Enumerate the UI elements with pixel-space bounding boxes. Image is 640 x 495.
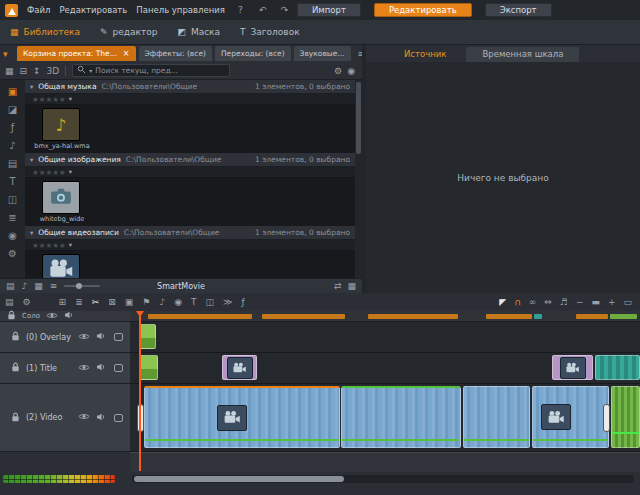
library-settings-icon[interactable]: ⚙ <box>8 248 17 259</box>
zoom-in-icon[interactable]: + <box>608 297 616 307</box>
image-thumbnail[interactable] <box>42 181 80 214</box>
sort-icon[interactable]: ↕ <box>33 66 41 76</box>
lane-video[interactable] <box>130 384 640 452</box>
navigator-segment[interactable] <box>486 314 532 319</box>
rating-filter[interactable]: ★★★★★ ▾ <box>25 240 355 251</box>
video-clip[interactable] <box>144 386 340 448</box>
video-clip[interactable] <box>463 386 530 448</box>
menu-file[interactable]: Файл <box>27 5 50 15</box>
transitions-icon[interactable]: ◫ <box>8 194 17 205</box>
lane-title[interactable] <box>130 353 640 384</box>
asset-video[interactable] <box>25 251 355 278</box>
tab-sounds[interactable]: Звуковые... <box>294 46 351 61</box>
grid-view-icon[interactable]: ▦ <box>34 281 43 291</box>
collapse-icon[interactable]: ▾ <box>30 229 33 237</box>
navigator-segment[interactable] <box>148 314 252 319</box>
scrollbar-thumb[interactable] <box>356 82 361 154</box>
video-thumbnail[interactable] <box>42 254 80 278</box>
rating-filter[interactable]: ★★★★★ ▾ <box>25 94 355 105</box>
zoom-slider-icon[interactable]: ▬ <box>591 297 600 307</box>
track-header-title[interactable]: (1) Title <box>0 353 130 384</box>
marker-icon[interactable]: ⚑ <box>142 297 150 307</box>
track-monitor-icon[interactable] <box>114 364 123 372</box>
timeline-navigator[interactable] <box>130 311 640 322</box>
video-clip[interactable] <box>532 386 609 448</box>
tab-source[interactable]: Источник <box>388 47 462 62</box>
tab-effects[interactable]: Эффекты: (все) <box>139 46 212 61</box>
fit-timeline-icon[interactable]: ▭ <box>623 297 632 307</box>
magnet-snap-icon[interactable]: ∩ <box>514 297 521 307</box>
overlay-clip[interactable] <box>139 324 156 349</box>
track-header-video[interactable]: (2) Video <box>0 384 130 452</box>
tab-timeline-preview[interactable]: Временная шкала <box>466 47 579 62</box>
lane-overlay[interactable] <box>130 322 640 353</box>
lock-icon[interactable] <box>7 310 16 322</box>
thumbnail-view-icon[interactable]: ▦ <box>5 66 14 76</box>
navigator-segment[interactable] <box>576 314 608 319</box>
tab-editor[interactable]: ✎ редактор <box>100 27 157 37</box>
timeline-ruler[interactable] <box>130 452 640 472</box>
redo-icon[interactable]: ↷ <box>278 5 291 15</box>
link-clips-icon[interactable]: ∞ <box>529 297 537 307</box>
asset-music[interactable]: ♪ bmx_ya-hal.wma <box>25 105 355 153</box>
close-icon[interactable]: × <box>123 46 130 61</box>
video-clip[interactable] <box>341 386 461 448</box>
zoom-out-icon[interactable]: − <box>576 297 584 307</box>
track-monitor-icon[interactable] <box>114 414 123 422</box>
lock-icon[interactable] <box>11 362 20 374</box>
effects-icon[interactable]: ƒ <box>241 297 244 307</box>
pip-mode-icon[interactable]: ◫ <box>205 297 214 307</box>
video-icon[interactable]: ▤ <box>8 158 17 169</box>
titles-icon[interactable]: T <box>9 176 15 187</box>
asset-image[interactable]: whitebg_wide <box>25 178 355 226</box>
group-header-videos[interactable]: ▾ Общие видеозаписи C:\Пользователи\Общи… <box>25 226 355 240</box>
speed-icon[interactable]: ≫ <box>223 297 232 307</box>
menu-edit[interactable]: Редактировать <box>59 5 127 15</box>
project-bin-icon[interactable]: ▣ <box>8 86 17 97</box>
search-box[interactable]: ▾ <box>72 64 230 77</box>
import-button[interactable]: Импорт <box>297 3 361 17</box>
export-button[interactable]: Экспорт <box>485 3 552 17</box>
eye-icon[interactable] <box>46 312 58 321</box>
navigator-segment[interactable] <box>610 314 637 319</box>
trim-handle[interactable] <box>603 404 610 432</box>
filter-3d-icon[interactable]: 3D <box>47 66 60 76</box>
selection-tool-icon[interactable]: ◤ <box>499 297 506 307</box>
title-editor-icon[interactable]: T <box>191 297 197 307</box>
video-clip[interactable] <box>611 386 640 448</box>
info-view-icon[interactable]: ▤ <box>6 281 15 291</box>
navigator-segment[interactable] <box>262 314 345 319</box>
rating-filter[interactable]: ★★★★★ ▾ <box>25 167 355 178</box>
speaker-icon[interactable] <box>96 363 106 373</box>
audio-mixer-icon[interactable]: ≣ <box>75 297 83 307</box>
title-clip[interactable] <box>139 355 158 380</box>
tags-icon[interactable]: ⊟ <box>20 66 28 76</box>
effects-icon[interactable]: ƒ <box>11 122 15 133</box>
collapse-icon[interactable]: ▾ <box>30 156 33 164</box>
voiceover-icon[interactable]: ◉ <box>174 297 182 307</box>
speaker-icon[interactable] <box>96 413 106 423</box>
audio-scrub-icon[interactable]: ♬ <box>560 297 568 307</box>
collection-drop-icon[interactable]: ▾ <box>3 49 14 59</box>
details-view-icon[interactable]: ≡ <box>50 281 58 291</box>
tab-mask[interactable]: ◩ Маска <box>177 27 220 37</box>
tab-library[interactable]: ▦ Библиотека <box>10 27 80 37</box>
split-clip-icon[interactable]: ✂ <box>92 297 100 307</box>
thumbnail-zoom-slider[interactable] <box>64 285 100 287</box>
library-scrollbar[interactable] <box>355 80 362 278</box>
create-music-icon[interactable]: ♪ <box>159 297 165 307</box>
navigator-segment[interactable] <box>368 314 458 319</box>
track-monitor-icon[interactable] <box>114 333 123 341</box>
tab-title[interactable]: T Заголовок <box>240 27 300 37</box>
tab-project-bin[interactable]: Корзина проекта: The... × <box>17 46 136 61</box>
lock-icon[interactable] <box>11 331 20 343</box>
sound-effects-icon[interactable]: ◉ <box>8 230 17 241</box>
track-header-overlay[interactable]: (0) Overlay <box>0 322 130 353</box>
menu-control-panel[interactable]: Панель управления <box>136 5 225 15</box>
undo-icon[interactable]: ↶ <box>256 5 269 15</box>
scene-view-icon[interactable]: ▦ <box>347 281 356 291</box>
tab-transitions[interactable]: Переходы: (все) <box>215 46 291 61</box>
playhead[interactable] <box>139 311 141 471</box>
settings-gear-icon[interactable]: ⚙ <box>334 66 342 76</box>
search-input[interactable] <box>95 66 225 75</box>
